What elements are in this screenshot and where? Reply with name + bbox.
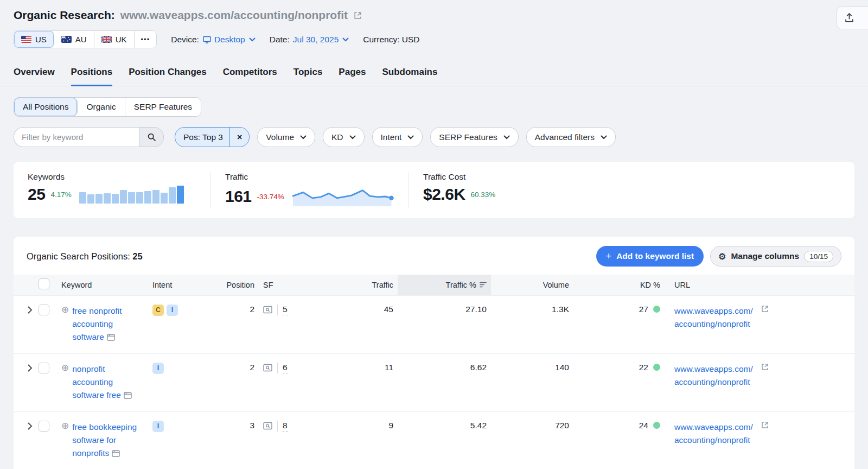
url-link[interactable]: www.waveapps.com/accounting/nonprofit xyxy=(674,363,757,389)
keyword-link[interactable]: nonprofit accounting software free xyxy=(72,364,121,400)
dropdown-label: Intent xyxy=(381,132,402,142)
serp-features-filter-dropdown[interactable]: SERP Features xyxy=(430,127,518,147)
serp-preview-icon[interactable] xyxy=(263,364,272,372)
external-link-icon[interactable] xyxy=(761,305,769,331)
device-value: Desktop xyxy=(214,35,245,45)
country-tab-au[interactable]: AU xyxy=(54,31,94,48)
country-tab-us[interactable]: US xyxy=(14,31,54,48)
search-button[interactable] xyxy=(139,127,164,147)
add-keyword-icon[interactable]: ⊕ xyxy=(61,363,69,402)
col-header-traffic[interactable]: Traffic xyxy=(311,275,398,295)
kd-value: 22 xyxy=(639,363,648,372)
sf-count-link[interactable]: 6 xyxy=(283,363,288,373)
tab-overview[interactable]: Overview xyxy=(14,67,55,86)
sf-count-link[interactable]: 5 xyxy=(283,305,288,315)
add-to-keyword-list-button[interactable]: + Add to keyword list xyxy=(596,246,704,267)
intent-badge-informational[interactable]: I xyxy=(167,305,178,316)
positions-table-card: Organic Search Positions: 25 + Add to ke… xyxy=(14,237,854,469)
tab-subdomains[interactable]: Subdomains xyxy=(382,67,437,86)
col-header-traffic-pct[interactable]: Traffic % xyxy=(398,275,491,295)
expand-row-icon[interactable] xyxy=(28,364,33,372)
manage-columns-button[interactable]: ⚙ Manage columns 10/15 xyxy=(710,246,841,267)
serp-preview-icon[interactable] xyxy=(263,306,272,314)
serp-snapshot-icon[interactable] xyxy=(112,450,120,457)
desktop-icon xyxy=(202,35,212,44)
remove-filter-button[interactable]: × xyxy=(229,128,249,147)
filter-organic[interactable]: Organic xyxy=(78,98,125,116)
more-countries-button[interactable]: ••• xyxy=(135,31,157,48)
intent-badge-informational[interactable]: I xyxy=(152,363,164,374)
serp-preview-icon[interactable] xyxy=(263,422,272,430)
keyword-filter-input[interactable] xyxy=(14,127,139,147)
chevron-down-icon xyxy=(300,135,307,140)
select-all-checkbox[interactable] xyxy=(39,278,49,289)
traffic-cost-metric-change: 60.33% xyxy=(471,191,496,199)
date-selector: Date: Jul 30, 2025 xyxy=(270,35,349,45)
row-checkbox[interactable] xyxy=(39,421,49,432)
col-header-intent[interactable]: Intent xyxy=(148,275,214,295)
intent-filter-dropdown[interactable]: Intent xyxy=(372,127,423,147)
keywords-metric-label: Keywords xyxy=(28,172,196,182)
row-checkbox[interactable] xyxy=(39,305,49,315)
divider xyxy=(277,305,278,315)
position-filter-chip[interactable]: Pos: Top 3 × xyxy=(175,127,250,147)
traffic-sparkline[interactable] xyxy=(292,185,394,208)
url-link[interactable]: www.waveapps.com/accounting/nonprofit xyxy=(674,305,757,331)
keywords-bar-chart[interactable] xyxy=(79,186,184,204)
col-header-url[interactable]: URL xyxy=(665,275,854,295)
position-type-filter: All Positions Organic SERP Features xyxy=(14,97,201,117)
country-tab-uk[interactable]: UK xyxy=(94,31,135,48)
table-row: ⊕ free nonprofit accounting software CI … xyxy=(14,295,854,353)
url-link[interactable]: www.waveapps.com/accounting/nonprofit xyxy=(674,421,757,447)
kd-filter-dropdown[interactable]: KD xyxy=(323,127,365,147)
device-dropdown[interactable]: Desktop xyxy=(202,35,256,45)
keywords-metric: Keywords 25 4.17% xyxy=(14,172,210,208)
device-label: Device: xyxy=(171,35,199,45)
keyword-link[interactable]: free bookkeeping software for nonprofits xyxy=(72,422,137,458)
sf-count-link[interactable]: 8 xyxy=(283,421,288,432)
col-header-keyword[interactable]: Keyword xyxy=(57,275,148,295)
country-label: AU xyxy=(75,35,87,44)
plus-icon: + xyxy=(606,251,612,262)
serp-snapshot-icon[interactable] xyxy=(107,334,115,341)
col-header-position[interactable]: Position xyxy=(214,275,259,295)
intent-badge-commercial[interactable]: C xyxy=(152,305,164,316)
traffic-cost-metric: Traffic Cost $2.6K 60.33% xyxy=(409,172,509,208)
external-link-icon[interactable] xyxy=(761,421,769,447)
export-button[interactable] xyxy=(837,7,868,29)
table-row: ⊕ nonprofit accounting software free I 2… xyxy=(14,353,854,411)
keyword-filter xyxy=(14,127,164,147)
table-header-row: Keyword Intent Position SF Traffic Traff… xyxy=(14,275,854,295)
traffic-cost-metric-value: $2.6K xyxy=(423,185,465,204)
gear-icon: ⚙ xyxy=(718,251,726,262)
intent-badge-informational[interactable]: I xyxy=(152,421,164,432)
serp-snapshot-icon[interactable] xyxy=(124,392,132,399)
traffic-metric-change: -33.74% xyxy=(257,193,284,201)
tab-position-changes[interactable]: Position Changes xyxy=(129,67,207,86)
chevron-down-icon xyxy=(503,135,510,140)
dropdown-label: Advanced filters xyxy=(535,132,595,142)
col-header-sf[interactable]: SF xyxy=(259,275,311,295)
keywords-metric-change: 4.17% xyxy=(50,191,71,199)
expand-row-icon[interactable] xyxy=(28,422,33,430)
chevron-down-icon xyxy=(601,135,607,140)
expand-row-icon[interactable] xyxy=(28,306,33,314)
tab-competitors[interactable]: Competitors xyxy=(223,67,277,86)
add-keyword-icon[interactable]: ⊕ xyxy=(61,305,69,344)
col-header-kd[interactable]: KD % xyxy=(573,275,665,295)
tab-topics[interactable]: Topics xyxy=(293,67,323,86)
add-keyword-icon[interactable]: ⊕ xyxy=(61,421,69,460)
advanced-filters-dropdown[interactable]: Advanced filters xyxy=(526,127,616,147)
tab-positions[interactable]: Positions xyxy=(71,67,113,86)
volume-filter-dropdown[interactable]: Volume xyxy=(257,127,315,147)
filter-all-positions[interactable]: All Positions xyxy=(14,98,78,116)
kd-difficulty-dot xyxy=(653,306,660,313)
external-link-icon[interactable] xyxy=(353,11,362,20)
columns-count-badge: 10/15 xyxy=(804,251,833,262)
tab-pages[interactable]: Pages xyxy=(339,67,366,86)
external-link-icon[interactable] xyxy=(761,363,769,389)
row-checkbox[interactable] xyxy=(39,363,49,373)
filter-serp-features[interactable]: SERP Features xyxy=(125,98,201,116)
col-header-volume[interactable]: Volume xyxy=(491,275,573,295)
date-dropdown[interactable]: Jul 30, 2025 xyxy=(293,35,349,45)
